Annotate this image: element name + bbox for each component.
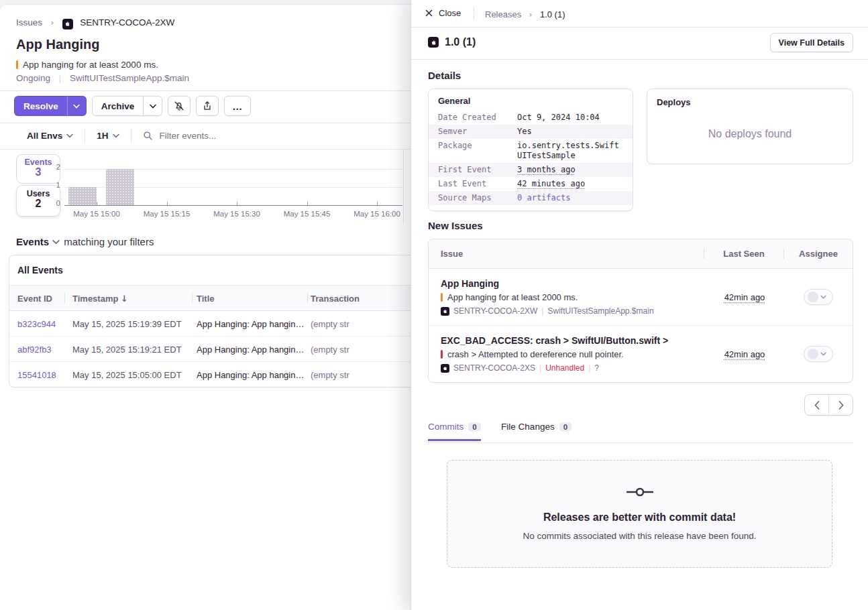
drawer-breadcrumb: Releases › 1.0 (1) <box>485 8 565 20</box>
handled-unknown-tag: ? <box>594 363 599 373</box>
unassigned-avatar <box>808 292 818 302</box>
event-transaction: (empty str <box>311 318 349 328</box>
event-title: App Hanging: App hangin… <box>197 369 304 379</box>
chevron-down-icon <box>820 295 826 299</box>
apple-platform-icon <box>441 307 449 316</box>
general-card-title: General <box>429 96 633 111</box>
topbar-divider <box>474 7 474 20</box>
assignee-dropdown[interactable] <box>804 289 833 305</box>
new-issues-card: Issue Last Seen Assignee App Hanging App… <box>428 239 853 383</box>
general-row: Date Created Oct 9, 2024 10:04 <box>429 111 633 125</box>
event-timestamp: May 15, 2025 15:19:39 EDT <box>72 318 182 328</box>
issue-last-seen[interactable]: 42min ago <box>724 292 765 302</box>
assignee-dropdown[interactable] <box>804 346 833 362</box>
meta-divider: | <box>588 363 590 373</box>
apple-platform-icon <box>441 364 449 373</box>
next-page-button[interactable] <box>829 395 853 415</box>
app-window: Issues › SENTRY-COCOA-2XW App Hanging Ap… <box>0 0 868 610</box>
deploys-card: Deploys No deploys found <box>647 88 853 164</box>
general-row: First Event 3 months ago <box>429 163 633 177</box>
last-event-value[interactable]: 42 minutes ago <box>517 179 623 189</box>
column-header-title[interactable]: Title <box>197 293 215 303</box>
meta-divider: | <box>541 306 543 316</box>
release-tabs: Commits0 File Changes0 <box>428 420 853 441</box>
events-section-header: Events matching your filters <box>16 236 154 247</box>
chevron-down-icon <box>820 352 826 356</box>
column-header-timestamp[interactable]: Timestamp ↓ <box>72 293 128 303</box>
event-transaction: (empty str <box>311 344 349 354</box>
commit-icon <box>627 486 653 498</box>
issues-table-header: Issue Last Seen Assignee <box>429 239 853 269</box>
events-dataset-selector[interactable]: Events <box>16 236 60 247</box>
breadcrumb-releases-link[interactable]: Releases <box>485 9 521 19</box>
issue-row-title[interactable]: App Hanging <box>441 278 700 289</box>
tabs-baseline <box>428 442 853 443</box>
unassigned-avatar <box>808 349 818 359</box>
x-axis-label: May 15 15:45 <box>284 210 331 218</box>
commits-empty-state: Releases are better with commit data! No… <box>447 460 832 568</box>
source-maps-link[interactable]: 0 artifacts <box>517 193 623 203</box>
drawer-top-bar: Close Releases › 1.0 (1) <box>411 0 868 27</box>
issue-row-title[interactable]: EXC_BAD_ACCESS: crash > SwiftUI/Button.s… <box>441 335 700 346</box>
chevron-right-icon: › <box>529 10 533 19</box>
event-id-link[interactable]: 15541018 <box>17 369 56 379</box>
breadcrumb-release-current: 1.0 (1) <box>540 9 565 19</box>
meta-divider: | <box>539 363 541 373</box>
package-value: io.sentry.tests.SwiftUITestSample <box>517 141 623 161</box>
release-header: 1.0 (1) View Full Details <box>411 27 868 60</box>
deploys-card-title: Deploys <box>647 89 853 107</box>
event-timestamp: May 15, 2025 15:05:00 EDT <box>72 369 182 379</box>
x-axis-label: May 15 16:00 <box>354 210 400 218</box>
x-axis-tick <box>377 202 378 205</box>
previous-page-button[interactable] <box>805 395 829 415</box>
event-title: App Hanging: App hangin… <box>197 344 304 354</box>
issue-row-message: crash > Attempted to dereference null po… <box>447 349 624 359</box>
tab-commits[interactable]: Commits0 <box>428 422 481 441</box>
chart-bar <box>106 169 134 205</box>
event-transaction: (empty str <box>311 369 349 379</box>
close-drawer-button[interactable]: Close <box>425 8 461 18</box>
column-header-assignee: Assignee <box>784 249 853 259</box>
event-id-link[interactable]: abf92fb3 <box>17 344 52 354</box>
column-header-event-id[interactable]: Event ID <box>17 293 52 303</box>
events-section-subtitle: matching your filters <box>64 236 154 247</box>
general-card: General Date Created Oct 9, 2024 10:04 S… <box>428 88 633 211</box>
column-divider <box>64 293 65 303</box>
warning-level-indicator <box>441 293 443 302</box>
release-drawer: Close Releases › 1.0 (1) 1.0 (1) View Fu… <box>411 0 868 610</box>
x-axis-tick <box>167 202 168 205</box>
column-header-transaction[interactable]: Transaction <box>311 293 360 303</box>
close-icon <box>425 9 433 17</box>
x-axis-tick <box>97 202 97 205</box>
view-full-details-button[interactable]: View Full Details <box>770 33 853 52</box>
file-changes-count-badge: 0 <box>559 422 572 432</box>
issue-row[interactable]: App Hanging App hanging for at least 200… <box>429 269 853 326</box>
general-row: Last Event 42 minutes ago <box>429 177 633 191</box>
issue-row-project: SENTRY-COCOA-2XW <box>453 306 537 316</box>
release-version-title: 1.0 (1) <box>445 36 476 48</box>
x-axis-label: May 15 15:00 <box>73 210 120 218</box>
details-heading: Details <box>428 70 461 81</box>
x-axis-label: May 15 15:30 <box>213 210 260 218</box>
chart-x-axis <box>64 205 402 206</box>
error-level-indicator <box>441 350 443 359</box>
commits-empty-body: No commits associated with this release … <box>447 531 832 541</box>
date-created-value: Oct 9, 2024 10:04 <box>517 113 623 123</box>
event-id-link[interactable]: b323c944 <box>17 318 56 328</box>
column-header-issue: Issue <box>429 249 704 259</box>
y-axis-label: 2 <box>42 163 60 171</box>
x-axis-label: May 15 15:15 <box>144 210 191 218</box>
general-row: Semver Yes <box>429 125 633 139</box>
y-axis-label: 0 <box>42 199 60 207</box>
issue-row[interactable]: EXC_BAD_ACCESS: crash > SwiftUI/Button.s… <box>429 326 853 382</box>
apple-platform-icon <box>428 37 439 48</box>
first-event-value[interactable]: 3 months ago <box>517 165 623 175</box>
issues-pagination <box>804 394 853 416</box>
column-divider <box>192 293 193 303</box>
issue-last-seen[interactable]: 42min ago <box>724 349 765 359</box>
general-row: Package io.sentry.tests.SwiftUITestSampl… <box>429 139 633 163</box>
commits-empty-title: Releases are better with commit data! <box>447 511 832 524</box>
new-issues-heading: New Issues <box>428 220 483 231</box>
tab-file-changes[interactable]: File Changes0 <box>501 422 572 439</box>
sort-descending-icon: ↓ <box>121 293 128 303</box>
